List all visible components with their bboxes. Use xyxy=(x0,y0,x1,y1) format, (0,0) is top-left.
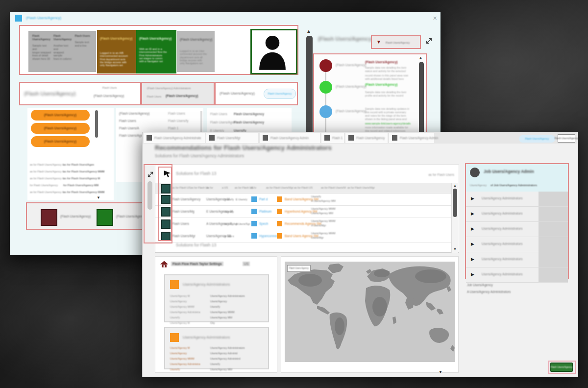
sidebar-note-1: Job Users/Agency xyxy=(467,283,493,287)
sidebar-note-2: A Users/Agency Administrators xyxy=(467,290,511,293)
admin-sidebar-panel: Job Users/Agency Admin Users/Agency of J… xyxy=(465,163,569,279)
timeline-dot-green xyxy=(319,81,332,94)
tab[interactable]: Flash Users/Agency Administrate xyxy=(144,133,205,143)
timeline-scroll-up-icon[interactable]: ▲ xyxy=(418,56,423,60)
maroon-swatch xyxy=(41,209,57,226)
orange-pill-button[interactable]: (Flash Users/Agency) xyxy=(31,136,90,147)
tab[interactable]: Flash 1 xyxy=(321,133,344,143)
left-scrollbar-thumb[interactable] xyxy=(147,181,152,210)
header-blue-button[interactable]: Flash Users/Agency xyxy=(519,135,555,143)
column-header: as for Flash US xyxy=(294,186,313,189)
home-subcard-1: Users/Agency Administrators Users/Agency… xyxy=(164,274,269,322)
expand-triangle-icon[interactable]: ▶ xyxy=(471,272,474,277)
dashboard-window: Flash Users/Agency Administrate Flash Us… xyxy=(142,132,578,377)
legend-highlight-box: (Flash Users/Agency) (Flash Users/Agency… xyxy=(26,202,147,230)
home-summary-card: Flash Flow Flash Taylor Settings US User… xyxy=(155,256,277,373)
orange-pill-button[interactable]: (Flash Users/Agency) xyxy=(31,110,90,121)
home-card-title-suffix: US xyxy=(243,262,250,266)
value-block xyxy=(539,192,568,206)
subcard-row: Users/Agency M City xyxy=(165,321,268,326)
subcard-row: Users/Agency M Users/Agency Administrato… xyxy=(165,346,268,351)
header-white-button[interactable]: Flash Users/Agency xyxy=(558,134,575,143)
home-icon[interactable] xyxy=(160,261,168,268)
table-scrollbar-thumb[interactable] xyxy=(453,189,457,217)
sidebar-item[interactable]: ▶ Users/Agency Administrators xyxy=(466,222,568,237)
hero-gray-column: Flash Users/Agency Sample text and longe… xyxy=(32,34,51,72)
field-row: Flash Users/A Flash 1 xyxy=(119,125,202,132)
history-heading: (Flash Users/Agency) xyxy=(318,36,373,42)
orange-pill-button[interactable]: (Flash Users/Agency) xyxy=(31,123,90,134)
form-section-action: (Flash Users/Agency) Flash Users/Agency xyxy=(215,82,298,105)
sidebar-title: Job Users/Agency Admin xyxy=(484,170,534,174)
page-title: Recommendations for Flash Users/Agency A… xyxy=(155,145,332,152)
tab[interactable]: Flash Users/Agency Admin xyxy=(389,133,434,143)
person-icon xyxy=(252,30,293,70)
subcard-title: Users/Agency Administrators xyxy=(183,336,230,340)
sidebar-item[interactable]: ▶ Users/Agency Administrators xyxy=(466,252,568,267)
table-title-right: as for Flash Users xyxy=(408,173,454,176)
subcard-row: Users/Agency MMM Users/fy xyxy=(165,305,268,310)
filter-dropdown[interactable]: ▼ Flash Users/Agency xyxy=(371,35,421,49)
expand-triangle-icon[interactable]: ▶ xyxy=(471,196,474,201)
table-scrollbar-track[interactable]: ▲ ▼ xyxy=(451,183,458,253)
column-header: as for xyxy=(206,186,213,189)
table-scroll-down-icon[interactable]: ▼ xyxy=(453,247,457,251)
tab-icon xyxy=(209,135,215,141)
app-icon xyxy=(15,15,22,22)
subcard-row: Users/Agency Administra Users/fy xyxy=(165,362,268,367)
map-label-box: Flash Users Agency xyxy=(287,265,311,272)
sidebar-header: Job Users/Agency Admin Users/Agency of J… xyxy=(466,164,568,192)
column-header: as for Flash Users/Mgr xyxy=(266,186,294,189)
subcard-row: Users/Agency Users/Agency Admintd xyxy=(165,351,268,357)
link-pill-button[interactable]: Flash Users/Agency xyxy=(264,89,296,99)
field-row: (Flash Users/Agency) Flash Users xyxy=(119,110,202,118)
close-button[interactable]: ✕ xyxy=(433,15,437,22)
scroll-up-icon[interactable]: ▲ xyxy=(306,29,311,34)
expand-triangle-icon[interactable]: ▶ xyxy=(471,242,474,246)
timeline-link[interactable]: www.sample-link/users-agency/details xyxy=(365,122,411,125)
tab[interactable]: Flash Users/Agency Admin xyxy=(260,133,320,143)
blue-status-chip xyxy=(251,196,257,202)
pill-list-scrollbar[interactable] xyxy=(95,110,98,138)
tab-icon xyxy=(392,135,397,141)
table-row[interactable]: Flash Users/Agency Users/Agency M Users/… xyxy=(155,194,451,206)
table-row[interactable]: Flash Users A Users/Agency R we long/bgr… xyxy=(155,218,451,230)
tab[interactable]: Flash Users/Mgr xyxy=(206,133,258,143)
expand-icon[interactable] xyxy=(425,37,433,45)
subcard-title: Users/Agency Administrators xyxy=(183,283,230,287)
sidebar-items: ▶ Users/Agency Administrators ▶ Users/Ag… xyxy=(466,192,568,283)
hero-gray-card: Flash Users/Agency Sample text and longe… xyxy=(28,31,96,72)
pill-button-list: (Flash Users/Agency) (Flash Users/Agency… xyxy=(31,110,90,149)
page-scroll-down-icon[interactable]: ▼ xyxy=(439,370,442,374)
assignment-list: as for Flash Users/Agency A as for Flash… xyxy=(30,162,113,196)
blue-status-link[interactable]: Spech xyxy=(259,222,268,225)
expand-icon[interactable] xyxy=(147,170,154,178)
blue-status-chip xyxy=(251,209,257,214)
subcard-row: Users/Agency MMM Users/Agency Administrd xyxy=(165,357,268,362)
list-more-arrow-icon[interactable]: ▼ xyxy=(97,196,100,200)
value-block xyxy=(539,207,568,221)
hero-gray-column: Flash Users Sample text and a line xyxy=(75,34,94,72)
table-row[interactable]: Flash Users/Mgr Users/Agency SB on two s… xyxy=(155,230,451,242)
blue-status-link[interactable]: Hyperconnect xyxy=(259,234,279,238)
world-map[interactable] xyxy=(285,262,455,362)
orange-status-chip xyxy=(277,196,282,202)
expand-triangle-icon[interactable]: ▶ xyxy=(471,211,474,216)
table-row[interactable]: Flash Users/Mg E Users/Agency M Users/fy… xyxy=(155,206,451,218)
blue-status-link[interactable]: Part d xyxy=(259,197,268,201)
expand-triangle-icon[interactable]: ▶ xyxy=(471,226,474,231)
list-item: for Flash Users/Agency for Flash Users/A… xyxy=(30,183,113,190)
sidebar-item[interactable]: ▶ Users/Agency Administrators xyxy=(466,207,568,222)
orange-status-chip xyxy=(277,233,282,239)
sidebar-item[interactable]: ▶ Users/Agency Administrators xyxy=(466,237,568,252)
table-header-cells: as for Flash USas for Flash Usas fora US… xyxy=(155,183,451,194)
tab[interactable]: Flash Users/Agency xyxy=(345,133,388,143)
sidebar-item[interactable]: ▶ Users/Agency Administrators xyxy=(466,192,568,207)
hero-gray-card-2: (Flash Users/Agency) Logged in to an int… xyxy=(177,31,215,72)
sidebar-item[interactable]: ▶ Users/Agency Administrators xyxy=(466,267,568,283)
subcard-row: Users/Agency M Users/Agency Administrato… xyxy=(165,294,268,299)
table-scroll-up-icon[interactable]: ▲ xyxy=(453,184,457,187)
expand-triangle-icon[interactable]: ▶ xyxy=(471,257,474,262)
blue-status-link[interactable]: Platinum xyxy=(259,210,271,213)
confirm-green-button[interactable]: Flash Users/Agency xyxy=(550,363,573,372)
